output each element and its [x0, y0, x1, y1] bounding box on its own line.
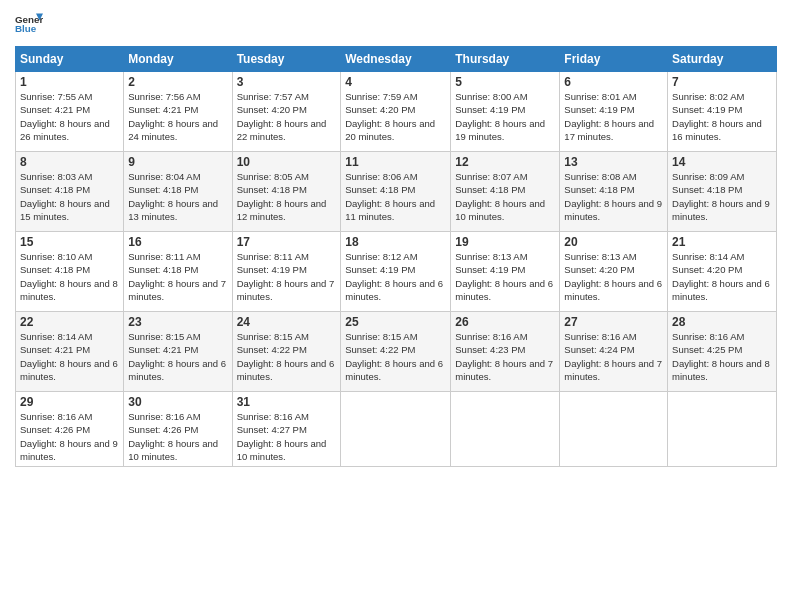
day-number: 30	[128, 395, 227, 409]
calendar-cell-22: 22Sunrise: 8:14 AMSunset: 4:21 PMDayligh…	[16, 312, 124, 392]
logo: General Blue	[15, 10, 43, 38]
calendar-cell-26: 26Sunrise: 8:16 AMSunset: 4:23 PMDayligh…	[451, 312, 560, 392]
calendar-cell-9: 9Sunrise: 8:04 AMSunset: 4:18 PMDaylight…	[124, 152, 232, 232]
calendar-cell-2: 2Sunrise: 7:56 AMSunset: 4:21 PMDaylight…	[124, 72, 232, 152]
calendar-cell-18: 18Sunrise: 8:12 AMSunset: 4:19 PMDayligh…	[341, 232, 451, 312]
day-number: 14	[672, 155, 772, 169]
day-info: Sunrise: 7:56 AMSunset: 4:21 PMDaylight:…	[128, 90, 227, 143]
day-number: 18	[345, 235, 446, 249]
day-number: 8	[20, 155, 119, 169]
calendar-table: SundayMondayTuesdayWednesdayThursdayFrid…	[15, 46, 777, 467]
day-number: 29	[20, 395, 119, 409]
page: General Blue SundayMondayTuesdayWednesda…	[0, 0, 792, 612]
day-info: Sunrise: 8:08 AMSunset: 4:18 PMDaylight:…	[564, 170, 663, 223]
day-info: Sunrise: 8:16 AMSunset: 4:23 PMDaylight:…	[455, 330, 555, 383]
calendar-cell-17: 17Sunrise: 8:11 AMSunset: 4:19 PMDayligh…	[232, 232, 341, 312]
day-number: 10	[237, 155, 337, 169]
day-number: 1	[20, 75, 119, 89]
day-number: 23	[128, 315, 227, 329]
day-number: 25	[345, 315, 446, 329]
day-number: 12	[455, 155, 555, 169]
day-info: Sunrise: 7:59 AMSunset: 4:20 PMDaylight:…	[345, 90, 446, 143]
day-number: 31	[237, 395, 337, 409]
col-header-wednesday: Wednesday	[341, 47, 451, 72]
day-number: 13	[564, 155, 663, 169]
day-number: 16	[128, 235, 227, 249]
calendar-cell-20: 20Sunrise: 8:13 AMSunset: 4:20 PMDayligh…	[560, 232, 668, 312]
calendar-cell-8: 8Sunrise: 8:03 AMSunset: 4:18 PMDaylight…	[16, 152, 124, 232]
calendar-cell-16: 16Sunrise: 8:11 AMSunset: 4:18 PMDayligh…	[124, 232, 232, 312]
day-number: 24	[237, 315, 337, 329]
day-info: Sunrise: 7:55 AMSunset: 4:21 PMDaylight:…	[20, 90, 119, 143]
day-info: Sunrise: 8:12 AMSunset: 4:19 PMDaylight:…	[345, 250, 446, 303]
day-info: Sunrise: 8:15 AMSunset: 4:22 PMDaylight:…	[237, 330, 337, 383]
col-header-thursday: Thursday	[451, 47, 560, 72]
day-info: Sunrise: 8:03 AMSunset: 4:18 PMDaylight:…	[20, 170, 119, 223]
day-number: 7	[672, 75, 772, 89]
day-number: 6	[564, 75, 663, 89]
day-info: Sunrise: 8:15 AMSunset: 4:22 PMDaylight:…	[345, 330, 446, 383]
day-info: Sunrise: 8:02 AMSunset: 4:19 PMDaylight:…	[672, 90, 772, 143]
calendar-cell-15: 15Sunrise: 8:10 AMSunset: 4:18 PMDayligh…	[16, 232, 124, 312]
day-info: Sunrise: 8:14 AMSunset: 4:20 PMDaylight:…	[672, 250, 772, 303]
day-number: 21	[672, 235, 772, 249]
day-info: Sunrise: 8:06 AMSunset: 4:18 PMDaylight:…	[345, 170, 446, 223]
svg-text:Blue: Blue	[15, 23, 37, 34]
day-number: 2	[128, 75, 227, 89]
day-info: Sunrise: 8:13 AMSunset: 4:19 PMDaylight:…	[455, 250, 555, 303]
calendar-cell-10: 10Sunrise: 8:05 AMSunset: 4:18 PMDayligh…	[232, 152, 341, 232]
calendar-cell-27: 27Sunrise: 8:16 AMSunset: 4:24 PMDayligh…	[560, 312, 668, 392]
day-info: Sunrise: 8:04 AMSunset: 4:18 PMDaylight:…	[128, 170, 227, 223]
day-info: Sunrise: 8:01 AMSunset: 4:19 PMDaylight:…	[564, 90, 663, 143]
day-info: Sunrise: 8:13 AMSunset: 4:20 PMDaylight:…	[564, 250, 663, 303]
day-info: Sunrise: 8:16 AMSunset: 4:26 PMDaylight:…	[20, 410, 119, 463]
day-number: 15	[20, 235, 119, 249]
col-header-sunday: Sunday	[16, 47, 124, 72]
day-info: Sunrise: 8:16 AMSunset: 4:27 PMDaylight:…	[237, 410, 337, 463]
calendar-cell-3: 3Sunrise: 7:57 AMSunset: 4:20 PMDaylight…	[232, 72, 341, 152]
col-header-monday: Monday	[124, 47, 232, 72]
calendar-cell-30: 30Sunrise: 8:16 AMSunset: 4:26 PMDayligh…	[124, 392, 232, 467]
day-number: 9	[128, 155, 227, 169]
day-number: 20	[564, 235, 663, 249]
day-number: 11	[345, 155, 446, 169]
calendar-cell-13: 13Sunrise: 8:08 AMSunset: 4:18 PMDayligh…	[560, 152, 668, 232]
empty-cell	[341, 392, 451, 467]
calendar-cell-6: 6Sunrise: 8:01 AMSunset: 4:19 PMDaylight…	[560, 72, 668, 152]
calendar-cell-7: 7Sunrise: 8:02 AMSunset: 4:19 PMDaylight…	[668, 72, 777, 152]
day-number: 22	[20, 315, 119, 329]
calendar-cell-1: 1Sunrise: 7:55 AMSunset: 4:21 PMDaylight…	[16, 72, 124, 152]
day-info: Sunrise: 8:16 AMSunset: 4:25 PMDaylight:…	[672, 330, 772, 383]
header: General Blue	[15, 10, 777, 38]
calendar-cell-12: 12Sunrise: 8:07 AMSunset: 4:18 PMDayligh…	[451, 152, 560, 232]
day-number: 26	[455, 315, 555, 329]
day-info: Sunrise: 8:00 AMSunset: 4:19 PMDaylight:…	[455, 90, 555, 143]
day-info: Sunrise: 8:11 AMSunset: 4:19 PMDaylight:…	[237, 250, 337, 303]
day-number: 4	[345, 75, 446, 89]
calendar-cell-21: 21Sunrise: 8:14 AMSunset: 4:20 PMDayligh…	[668, 232, 777, 312]
calendar-cell-14: 14Sunrise: 8:09 AMSunset: 4:18 PMDayligh…	[668, 152, 777, 232]
calendar-cell-23: 23Sunrise: 8:15 AMSunset: 4:21 PMDayligh…	[124, 312, 232, 392]
calendar-cell-11: 11Sunrise: 8:06 AMSunset: 4:18 PMDayligh…	[341, 152, 451, 232]
day-info: Sunrise: 8:05 AMSunset: 4:18 PMDaylight:…	[237, 170, 337, 223]
day-number: 28	[672, 315, 772, 329]
calendar-cell-29: 29Sunrise: 8:16 AMSunset: 4:26 PMDayligh…	[16, 392, 124, 467]
col-header-tuesday: Tuesday	[232, 47, 341, 72]
day-number: 17	[237, 235, 337, 249]
day-number: 19	[455, 235, 555, 249]
day-info: Sunrise: 8:09 AMSunset: 4:18 PMDaylight:…	[672, 170, 772, 223]
col-header-saturday: Saturday	[668, 47, 777, 72]
calendar-cell-28: 28Sunrise: 8:16 AMSunset: 4:25 PMDayligh…	[668, 312, 777, 392]
empty-cell	[668, 392, 777, 467]
logo-icon: General Blue	[15, 10, 43, 38]
day-info: Sunrise: 8:15 AMSunset: 4:21 PMDaylight:…	[128, 330, 227, 383]
day-info: Sunrise: 8:14 AMSunset: 4:21 PMDaylight:…	[20, 330, 119, 383]
empty-cell	[451, 392, 560, 467]
day-info: Sunrise: 8:07 AMSunset: 4:18 PMDaylight:…	[455, 170, 555, 223]
calendar-cell-25: 25Sunrise: 8:15 AMSunset: 4:22 PMDayligh…	[341, 312, 451, 392]
day-info: Sunrise: 7:57 AMSunset: 4:20 PMDaylight:…	[237, 90, 337, 143]
day-number: 3	[237, 75, 337, 89]
day-info: Sunrise: 8:16 AMSunset: 4:24 PMDaylight:…	[564, 330, 663, 383]
calendar-cell-4: 4Sunrise: 7:59 AMSunset: 4:20 PMDaylight…	[341, 72, 451, 152]
day-info: Sunrise: 8:10 AMSunset: 4:18 PMDaylight:…	[20, 250, 119, 303]
